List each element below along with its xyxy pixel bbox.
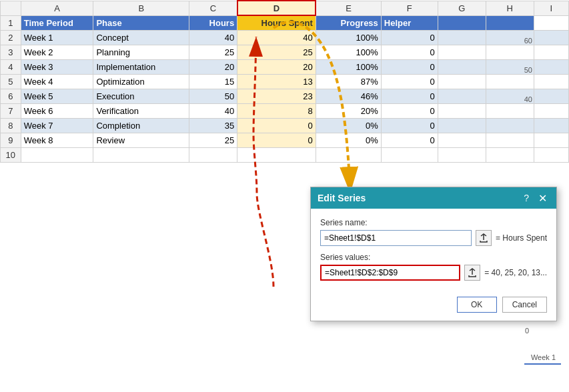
ok-button[interactable]: OK bbox=[457, 297, 497, 313]
col-header-f[interactable]: F bbox=[381, 1, 438, 15]
cell-8f: 0 bbox=[381, 118, 438, 133]
cell-9d[interactable]: 0 bbox=[237, 133, 316, 147]
cell-3g bbox=[438, 45, 486, 59]
cell-3i bbox=[534, 45, 568, 59]
chart-line bbox=[524, 363, 561, 365]
cell-5e: 87% bbox=[316, 74, 381, 89]
cell-7e: 20% bbox=[316, 103, 381, 118]
cell-6i bbox=[534, 89, 568, 103]
cell-9i bbox=[534, 133, 568, 147]
header-helper: Helper bbox=[381, 15, 438, 30]
col-header-e[interactable]: E bbox=[316, 1, 381, 15]
header-g bbox=[438, 15, 486, 30]
cell-3e: 100% bbox=[316, 45, 381, 59]
series-name-input[interactable] bbox=[320, 230, 472, 246]
cell-7d[interactable]: 8 bbox=[237, 103, 316, 118]
dialog-titlebar: Edit Series ? ✕ bbox=[311, 187, 556, 209]
cell-10h bbox=[486, 147, 534, 162]
cell-6d[interactable]: 23 bbox=[237, 89, 316, 103]
cell-7h bbox=[486, 103, 534, 118]
series-name-label: Series name: bbox=[320, 218, 547, 227]
dialog-controls: ? ✕ bbox=[521, 192, 550, 205]
series-name-result: = Hours Spent bbox=[496, 233, 547, 243]
cell-5c: 15 bbox=[189, 74, 237, 89]
cell-6b: Execution bbox=[93, 89, 189, 103]
dialog-question-button[interactable]: ? bbox=[521, 193, 532, 203]
cell-7g bbox=[438, 103, 486, 118]
header-time-period: Time Period bbox=[21, 15, 93, 30]
cell-7c: 40 bbox=[189, 103, 237, 118]
grid-table: A B C D E F G H I 1 Time Period Phase Ho… bbox=[0, 0, 569, 163]
cell-8d[interactable]: 0 bbox=[237, 118, 316, 133]
cell-8g bbox=[438, 118, 486, 133]
cell-2d[interactable]: 40 bbox=[237, 30, 316, 45]
dialog-close-button[interactable]: ✕ bbox=[536, 192, 550, 205]
cell-3c: 25 bbox=[189, 45, 237, 59]
cell-9h bbox=[486, 133, 534, 147]
cell-2b: Concept bbox=[93, 30, 189, 45]
header-h bbox=[486, 15, 534, 30]
cell-2c: 40 bbox=[189, 30, 237, 45]
series-values-result: = 40, 25, 20, 13... bbox=[484, 268, 547, 277]
row-header-3: 3 bbox=[1, 45, 21, 59]
cell-9b: Review bbox=[93, 133, 189, 147]
cell-9g bbox=[438, 133, 486, 147]
series-values-input[interactable] bbox=[320, 265, 460, 281]
col-header-a[interactable]: A bbox=[21, 1, 93, 15]
series-name-row: = Hours Spent bbox=[320, 230, 547, 246]
cell-5a: Week 4 bbox=[21, 74, 93, 89]
cell-4c: 20 bbox=[189, 59, 237, 74]
cell-10g bbox=[438, 147, 486, 162]
cell-2g bbox=[438, 30, 486, 45]
cell-5d[interactable]: 13 bbox=[237, 74, 316, 89]
cell-8c: 35 bbox=[189, 118, 237, 133]
cell-10e bbox=[316, 147, 381, 162]
row-header-2: 2 bbox=[1, 30, 21, 45]
cell-5f: 0 bbox=[381, 74, 438, 89]
cell-6f: 0 bbox=[381, 89, 438, 103]
cell-2e: 100% bbox=[316, 30, 381, 45]
cell-10b bbox=[93, 147, 189, 162]
chart-y-label-60: 60 bbox=[524, 37, 532, 45]
dialog-footer: OK Cancel bbox=[311, 294, 556, 321]
col-header-h[interactable]: H bbox=[486, 1, 534, 15]
cell-3b: Planning bbox=[93, 45, 189, 59]
col-header-b[interactable]: B bbox=[93, 1, 189, 15]
cell-8i bbox=[534, 118, 568, 133]
header-hours-spent[interactable]: Hours Spent bbox=[237, 15, 316, 30]
cell-8b: Completion bbox=[93, 118, 189, 133]
cell-4f: 0 bbox=[381, 59, 438, 74]
col-header-c[interactable]: C bbox=[189, 1, 237, 15]
cell-9e: 0% bbox=[316, 133, 381, 147]
row-header-7: 7 bbox=[1, 103, 21, 118]
cell-4b: Implementation bbox=[93, 59, 189, 74]
series-name-upload-btn[interactable] bbox=[476, 230, 492, 246]
cell-6c: 50 bbox=[189, 89, 237, 103]
dialog-body: Series name: = Hours Spent Series values… bbox=[311, 209, 556, 294]
cell-7a: Week 6 bbox=[21, 103, 93, 118]
dialog-title: Edit Series bbox=[318, 193, 366, 203]
cell-3d[interactable]: 25 bbox=[237, 45, 316, 59]
cell-3f: 0 bbox=[381, 45, 438, 59]
chart-y-label-40: 40 bbox=[524, 95, 532, 103]
row-header-10: 10 bbox=[1, 147, 21, 162]
cell-10d bbox=[237, 147, 316, 162]
row-header-5: 5 bbox=[1, 74, 21, 89]
col-header-d[interactable]: D bbox=[237, 1, 316, 15]
cell-4i bbox=[534, 59, 568, 74]
cell-9c: 25 bbox=[189, 133, 237, 147]
cell-4g bbox=[438, 59, 486, 74]
cell-8e: 0% bbox=[316, 118, 381, 133]
cancel-button[interactable]: Cancel bbox=[502, 297, 547, 313]
cell-10f bbox=[381, 147, 438, 162]
col-header-g[interactable]: G bbox=[438, 1, 486, 15]
cell-6a: Week 5 bbox=[21, 89, 93, 103]
edit-series-dialog[interactable]: Edit Series ? ✕ Series name: = Hours Spe… bbox=[310, 187, 557, 321]
cell-8h bbox=[486, 118, 534, 133]
chart-x-label: Week 1 bbox=[531, 353, 556, 361]
cell-4d[interactable]: 20 bbox=[237, 59, 316, 74]
cell-3a: Week 2 bbox=[21, 45, 93, 59]
cell-5g bbox=[438, 74, 486, 89]
col-header-i[interactable]: I bbox=[534, 1, 568, 15]
series-values-upload-btn[interactable] bbox=[464, 265, 480, 281]
